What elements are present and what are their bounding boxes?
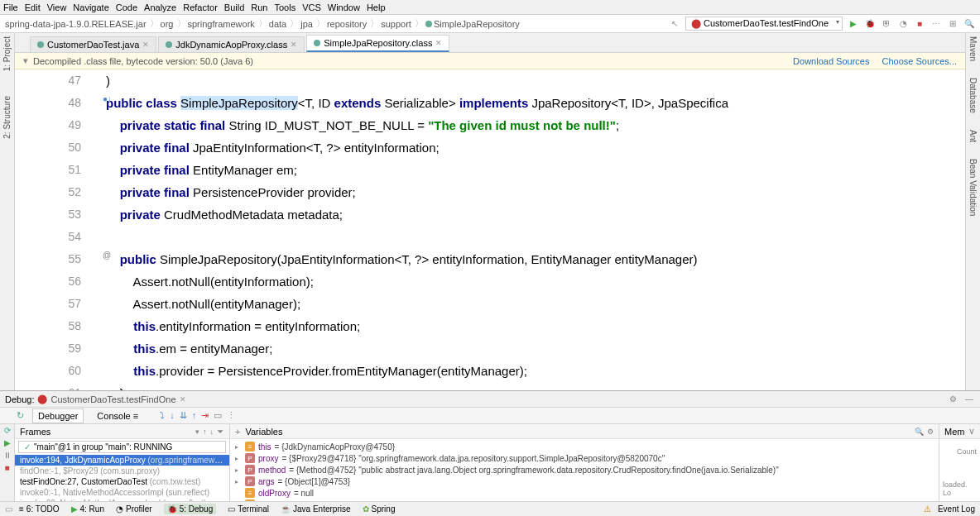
expand-icon[interactable]: ▸ <box>235 455 242 462</box>
choose-sources-link[interactable]: Choose Sources... <box>882 56 958 66</box>
menu-build[interactable]: Build <box>224 2 244 12</box>
tab-ant[interactable]: Ant <box>968 130 978 142</box>
menu-file[interactable]: File <box>3 2 18 12</box>
expand-icon[interactable]: ▸ <box>235 466 242 474</box>
menu-help[interactable]: Help <box>367 2 386 12</box>
close-icon[interactable]: ✕ <box>142 41 149 49</box>
banner-arrow-icon[interactable]: ▾ <box>23 55 28 66</box>
resume-icon[interactable]: ▶ <box>4 438 11 447</box>
expand-icon[interactable]: ▸ <box>235 443 242 451</box>
code-editor[interactable]: 47 48 49 50 51 52 53 54 55 56 57 58 59 6… <box>15 69 965 390</box>
var-row[interactable]: ▸Pargs = {Object[1]@4753} <box>230 475 939 487</box>
notification-icon[interactable]: ⚠ <box>924 504 931 514</box>
menu-run[interactable]: Run <box>251 2 267 12</box>
close-icon[interactable]: ✕ <box>435 39 442 47</box>
breadcrumb-item[interactable]: springframework <box>188 19 255 29</box>
download-sources-link[interactable]: Download Sources <box>793 56 869 66</box>
sb-profiler[interactable]: ◔Profiler <box>116 504 152 514</box>
frame-row[interactable]: testFindOne:27, CustomerDaoTest (com.txw… <box>15 476 229 487</box>
step-into-icon[interactable]: ↓ <box>170 410 175 421</box>
gear-icon[interactable]: ⚙ <box>927 428 934 436</box>
sb-spring[interactable]: ✿Spring <box>363 504 396 514</box>
debug-icon[interactable]: 🐞 <box>864 18 876 30</box>
tab-maven[interactable]: Maven <box>968 36 978 61</box>
sb-terminal[interactable]: ▭Terminal <box>228 504 269 514</box>
gear-icon[interactable]: ⚙ <box>947 394 958 405</box>
close-icon[interactable]: ✕ <box>291 41 297 49</box>
frame-row[interactable]: findOne:-1, $Proxy29 (com.sun.proxy) <box>15 466 229 476</box>
menu-navigate[interactable]: Navigate <box>73 2 108 12</box>
search-icon[interactable]: 🔍 <box>915 428 924 436</box>
tab-project[interactable]: 1: Project <box>2 36 12 71</box>
tab-console[interactable]: Console ≡ <box>92 409 143 423</box>
code-content[interactable]: ) public class SimpleJpaRepository<T, ID… <box>106 69 965 390</box>
menu-view[interactable]: View <box>47 2 67 12</box>
frame-row[interactable]: invoke:62, NativeMethodAccessorImpl (sun… <box>15 498 229 501</box>
resume-icon[interactable]: ↻ <box>17 410 24 421</box>
back-icon[interactable]: ↖ <box>669 18 680 30</box>
menu-tools[interactable]: Tools <box>274 2 295 12</box>
editor-tab[interactable]: CustomerDaoTest.java✕ <box>30 36 156 52</box>
editor-tab-active[interactable]: SimpleJpaRepository.class✕ <box>306 35 449 52</box>
breadcrumb-item[interactable]: data <box>269 19 286 29</box>
breadcrumb-item[interactable]: support <box>381 19 411 29</box>
sb-run[interactable]: ▶4: Run <box>71 504 104 514</box>
menu-analyze[interactable]: Analyze <box>144 2 176 12</box>
rerun-icon[interactable]: ⟳ <box>4 426 11 435</box>
var-row[interactable]: ≡setProxyContext = false <box>230 499 939 501</box>
coverage-icon[interactable]: ⛨ <box>881 18 892 30</box>
step-over-icon[interactable]: ⤵ <box>160 410 165 421</box>
var-row[interactable]: ▸Pmethod = {Method@4752} "public abstrac… <box>230 464 939 475</box>
override-icon[interactable]: ●↓ <box>103 94 112 103</box>
more-icon[interactable]: ⋯ <box>930 18 942 30</box>
force-step-into-icon[interactable]: ⇊ <box>180 410 187 421</box>
sb-debug[interactable]: 🐞5: Debug <box>164 504 217 514</box>
menu-window[interactable]: Window <box>328 2 360 12</box>
breadcrumb-item[interactable]: org <box>161 19 174 29</box>
breadcrumb-item[interactable]: repository <box>327 19 367 29</box>
breadcrumb-item[interactable]: spring-data-jpa-1.9.0.RELEASE.jar <box>5 19 147 29</box>
menu-refactor[interactable]: Refactor <box>183 2 218 12</box>
annotation-icon[interactable]: @ <box>103 251 111 260</box>
menu-code[interactable]: Code <box>116 2 137 12</box>
prev-frame-icon[interactable]: ▾ <box>195 428 199 436</box>
menu-vcs[interactable]: VCS <box>302 2 321 12</box>
event-log-link[interactable]: Event Log <box>938 504 975 514</box>
breadcrumb-item[interactable]: jpa <box>300 19 313 29</box>
tab-debugger[interactable]: Debugger <box>32 408 84 423</box>
up-icon[interactable]: ↑ <box>203 428 207 436</box>
var-row[interactable]: ▸≡this = {JdkDynamicAopProxy@4750} <box>230 441 939 452</box>
stop-icon[interactable]: ■ <box>914 18 925 30</box>
structure-icon[interactable]: ⊞ <box>947 18 958 30</box>
variables-list[interactable]: ▸≡this = {JdkDynamicAopProxy@4750} ▸Ppro… <box>230 439 939 501</box>
more-icon[interactable]: ⋮ <box>227 410 236 421</box>
sb-java-enterprise[interactable]: ☕Java Enterprise <box>281 504 350 514</box>
editor-tab[interactable]: JdkDynamicAopProxy.class✕ <box>158 36 305 52</box>
frames-list[interactable]: "main"@1 in group "main": RUNNING invoke… <box>15 439 229 501</box>
down-icon[interactable]: ↓ <box>210 428 214 436</box>
expand-icon[interactable]: ▸ <box>235 478 242 485</box>
run-to-cursor-icon[interactable]: ⇥ <box>201 410 209 421</box>
tool-window-icon[interactable]: ▭ <box>5 504 12 514</box>
var-row[interactable]: ▸Pproxy = {$Proxy29@4718} "org.springfra… <box>230 452 939 464</box>
run-icon[interactable]: ▶ <box>848 18 859 30</box>
frame-row[interactable]: invoke0:-1, NativeMethodAccessorImpl (su… <box>15 487 229 498</box>
sb-todo[interactable]: ≡6: TODO <box>19 504 60 514</box>
stop-icon[interactable]: ■ <box>4 463 9 472</box>
step-out-icon[interactable]: ↑ <box>192 410 197 421</box>
tab-bean-validation[interactable]: Bean Validation <box>968 159 978 216</box>
add-icon[interactable]: + <box>235 427 240 437</box>
breadcrumb-item[interactable]: SimpleJpaRepository <box>434 19 520 29</box>
menu-edit[interactable]: Edit <box>25 2 41 12</box>
chevron-down-icon[interactable]: ∨ <box>968 426 975 437</box>
run-config-selector[interactable]: ⬤ CustomerDaoTest.testFindOne <box>685 17 843 31</box>
profile-icon[interactable]: ◔ <box>897 18 909 30</box>
evaluate-icon[interactable]: ▭ <box>214 410 222 421</box>
minimize-icon[interactable]: — <box>963 394 975 405</box>
var-row[interactable]: ≡oldProxy = null <box>230 487 939 499</box>
filter-icon[interactable]: ⏷ <box>217 428 224 436</box>
thread-selector[interactable]: "main"@1 in group "main": RUNNING <box>18 441 226 453</box>
frame-row[interactable]: invoke:194, JdkDynamicAopProxy (org.spri… <box>15 455 229 466</box>
pause-icon[interactable]: ⏸ <box>3 451 12 460</box>
search-icon[interactable]: 🔍 <box>963 18 975 30</box>
